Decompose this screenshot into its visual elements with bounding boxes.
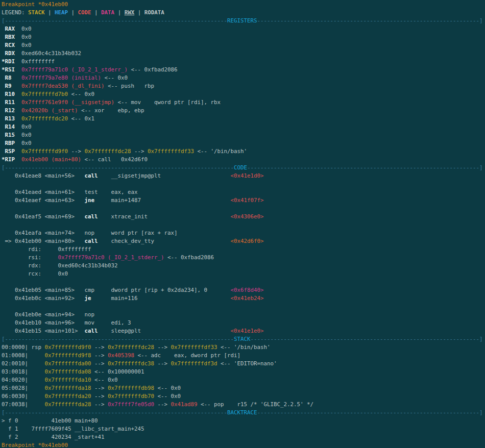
code-row-main-74: 0x41eafa <main+74> nop word ptr [rax + r… bbox=[2, 229, 485, 237]
stack-row-06: 06:0030| 0x7fffffffda20 --> 0x7fffffffdb… bbox=[2, 392, 485, 401]
stack-row-04: 04:0020| 0x7fffffffda10 <-- 0x0 bbox=[2, 376, 485, 384]
code-arg-rcx: rcx: 0x0 bbox=[2, 270, 485, 278]
code-row-main-96: 0x41eb10 <main+96> mov edi, 3 bbox=[2, 319, 485, 327]
stack-row-07: 07:0038| 0x7fffffffda28 --> 0x7ffff7fe05… bbox=[2, 401, 485, 409]
stack-row-05: 05:0028| 0x7fffffffda18 --> 0x7fffffffdb… bbox=[2, 384, 485, 392]
register-row-rsp: RSP 0x7fffffffd9f0 --> 0x7fffffffdc28 --… bbox=[2, 147, 485, 156]
code-row-main-63: 0x41eaef <main+63> jne main+1487 <0x41f0… bbox=[2, 196, 485, 205]
jump-target-address: <0x41e1e0> bbox=[231, 328, 264, 334]
alignment-padding bbox=[138, 295, 231, 302]
section-header-backtrace-title: BACKTRACE bbox=[227, 409, 257, 416]
debugger-terminal[interactable]: Breakpoint *0x41eb00LEGEND: STACK | HEAP… bbox=[0, 0, 485, 448]
backtrace-frame-1: f 1 7ffff7609f45 __libc_start_main+245 bbox=[2, 425, 485, 433]
code-row-main-56: 0x41eae8 <main+56> call __sigsetjmp@plt … bbox=[2, 172, 485, 180]
register-row-rax: RAX 0x0 bbox=[2, 25, 485, 33]
register-row-rcx: RCX 0x0 bbox=[2, 41, 485, 49]
register-row-rsi: *RSI 0x7ffff79a71c0 (_IO_2_1_stderr_) <-… bbox=[2, 66, 485, 74]
register-row-r14: R14 0x0 bbox=[2, 123, 485, 131]
alignment-padding bbox=[148, 213, 231, 220]
separator-dashes: ----------------------------------------… bbox=[257, 17, 483, 24]
alignment-padding bbox=[141, 328, 231, 334]
register-row-rdi: *RDI 0xffffffff bbox=[2, 58, 485, 66]
jump-target-address: <0x41eb24> bbox=[231, 295, 264, 302]
alignment-padding bbox=[154, 238, 231, 244]
register-row-r8: R8 0x7ffff79a7e80 (initial) <-- 0x0 bbox=[2, 74, 485, 82]
legend-line: LEGEND: STACK | HEAP | CODE | DATA | RWX… bbox=[2, 9, 485, 17]
separator-dashes: [---------------------------------------… bbox=[2, 164, 234, 171]
register-row-rip: *RIP 0x41eb00 (main+80) <-- call 0x42d6f… bbox=[2, 156, 485, 164]
section-header-registers-title: REGISTERS bbox=[227, 17, 257, 24]
stack-row-02: 02:0010| 0x7fffffffda00 --> 0x7fffffffdc… bbox=[2, 360, 485, 368]
register-row-r9: R9 0x7ffff7dea530 (_dl_fini) <-- push rb… bbox=[2, 82, 485, 90]
backtrace-frame-2: f 2 420234 _start+41 bbox=[2, 433, 485, 441]
backtrace-frame-0: > f 0 41eb00 main+80 bbox=[2, 417, 485, 425]
code-row-current-main-80: => 0x41eb00 <main+80> call check_dev_tty… bbox=[2, 237, 485, 245]
code-row-main-101: 0x41eb15 <main+101> call sleep@plt <0x41… bbox=[2, 327, 485, 335]
blank-line bbox=[2, 205, 485, 213]
register-row-r15: R15 0x0 bbox=[2, 131, 485, 139]
register-row-r11: R11 0x7ffff761e9f0 (__sigsetjmp) <-- mov… bbox=[2, 98, 485, 107]
separator-dashes: ----------------------------------------… bbox=[247, 164, 483, 171]
jump-target-address: <0x6f8d40> bbox=[231, 287, 264, 293]
separator-dashes: [---------------------------------------… bbox=[2, 409, 227, 416]
code-row-main-61: 0x41eaed <main+61> test eax, eax bbox=[2, 188, 485, 196]
code-arg-rdi: rdi: 0xffffffff bbox=[2, 245, 485, 254]
section-header-code-title: CODE bbox=[234, 164, 247, 171]
code-arg-rsi: rsi: 0x7ffff79a71c0 (_IO_2_1_stderr_) <-… bbox=[2, 254, 485, 262]
code-row-main-94: 0x41eb0e <main+94> nop bbox=[2, 311, 485, 319]
alignment-padding bbox=[141, 197, 231, 204]
code-row-main-85: 0x41eb05 <main+85> cmp dword ptr [rip + … bbox=[2, 286, 485, 294]
blank-line bbox=[2, 180, 485, 188]
stack-row-03: 03:0018| 0x7fffffffda08 <-- 0x100000001 bbox=[2, 368, 485, 376]
separator-dashes: [---------------------------------------… bbox=[2, 17, 227, 24]
jump-target-address: <0x4306e0> bbox=[231, 213, 264, 220]
register-row-r12: R12 0x42020b (_start) <-- xor ebp, ebp bbox=[2, 107, 485, 115]
section-header-registers: [---------------------------------------… bbox=[2, 17, 485, 25]
jump-target-address: <0x42d6f0> bbox=[231, 238, 264, 244]
code-row-main-69: 0x41eaf5 <main+69> call xtrace_init <0x4… bbox=[2, 213, 485, 221]
blank-line bbox=[2, 221, 485, 229]
register-row-rdx: RDX 0xed60c4c31b34b032 bbox=[2, 49, 485, 58]
code-arg-rdx: rdx: 0xed60c4c31b34b032 bbox=[2, 262, 485, 270]
blank-line bbox=[2, 303, 485, 311]
section-header-stack: [---------------------------------------… bbox=[2, 335, 485, 343]
separator-dashes: ----------------------------------------… bbox=[257, 409, 483, 416]
stack-row-01: 01:0008| 0x7fffffffd9f8 --> 0x405398 <--… bbox=[2, 352, 485, 360]
section-header-backtrace: [---------------------------------------… bbox=[2, 409, 485, 417]
section-header-stack-title: STACK bbox=[234, 336, 251, 342]
code-row-main-92: 0x41eb0c <main+92> je main+116 <0x41eb24… bbox=[2, 294, 485, 303]
stack-row-00: 00:0000| rsp 0x7fffffffd9f0 --> 0x7fffff… bbox=[2, 343, 485, 352]
section-header-code: [---------------------------------------… bbox=[2, 164, 485, 172]
register-row-r13: R13 0x7fffffffdc20 <-- 0x1 bbox=[2, 115, 485, 123]
register-row-rbx: RBX 0x0 bbox=[2, 33, 485, 41]
jump-target-address: <0x41f07f> bbox=[231, 197, 264, 204]
separator-dashes: [---------------------------------------… bbox=[2, 336, 234, 342]
alignment-padding bbox=[161, 172, 231, 179]
alignment-padding bbox=[207, 287, 231, 293]
blank-line bbox=[2, 278, 485, 286]
register-row-rbp: RBP 0x0 bbox=[2, 139, 485, 147]
breakpoint-banner-top: Breakpoint *0x41eb00 bbox=[2, 1, 485, 9]
register-row-r10: R10 0x7fffffffd7b0 <-- 0x0 bbox=[2, 90, 485, 98]
jump-target-address: <0x41e1d0> bbox=[231, 172, 264, 179]
breakpoint-banner-bottom: Breakpoint *0x41eb00 bbox=[2, 441, 485, 448]
separator-dashes: ----------------------------------------… bbox=[251, 336, 483, 342]
